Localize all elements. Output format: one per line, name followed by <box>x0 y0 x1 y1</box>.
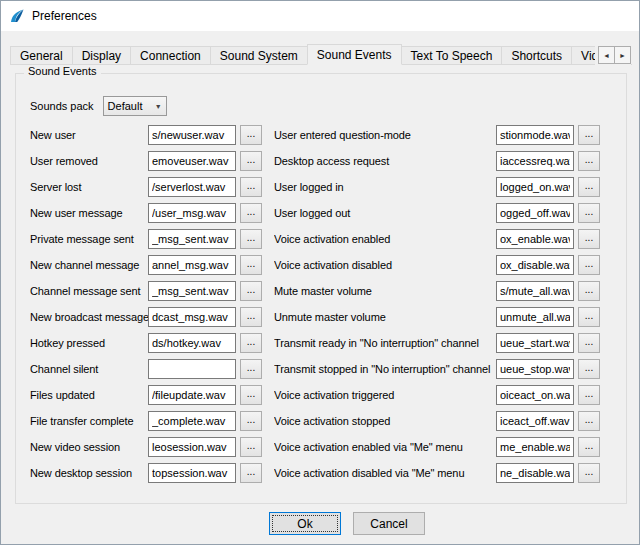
browse-button[interactable]: ... <box>578 151 600 171</box>
sound-event-row: User removed ... <box>30 148 262 174</box>
sound-file-input[interactable] <box>148 177 236 197</box>
browse-button[interactable]: ... <box>578 359 600 379</box>
sound-file-input[interactable] <box>496 177 574 197</box>
browse-button[interactable]: ... <box>578 281 600 301</box>
browse-button[interactable]: ... <box>240 307 262 327</box>
sound-file-input[interactable] <box>148 307 236 327</box>
browse-button[interactable]: ... <box>240 229 262 249</box>
sound-file-input[interactable] <box>496 359 574 379</box>
browse-button[interactable]: ... <box>240 411 262 431</box>
sound-event-label: Voice activation stopped <box>274 415 496 427</box>
sound-file-input[interactable] <box>496 411 574 431</box>
tab[interactable]: Connection <box>130 46 211 64</box>
browse-button[interactable]: ... <box>578 411 600 431</box>
sound-file-input[interactable] <box>148 255 236 275</box>
sound-event-row: Voice activation enabled via "Me" menu .… <box>274 434 600 460</box>
sound-event-label: Voice activation enabled via "Me" menu <box>274 441 496 453</box>
browse-button[interactable]: ... <box>240 385 262 405</box>
sound-event-label: New broadcast message <box>30 311 148 323</box>
browse-button[interactable]: ... <box>578 203 600 223</box>
sound-event-label: Hotkey pressed <box>30 337 148 349</box>
browse-button[interactable]: ... <box>240 203 262 223</box>
browse-button[interactable]: ... <box>240 281 262 301</box>
browse-button[interactable]: ... <box>578 125 600 145</box>
tab[interactable]: Sound System <box>210 46 308 64</box>
sound-file-input[interactable] <box>148 229 236 249</box>
sound-file-input[interactable] <box>148 125 236 145</box>
tab-bar: General Display Connection Sound System … <box>10 45 632 65</box>
sound-event-row: Desktop access request ... <box>274 148 600 174</box>
sound-event-row: Voice activation stopped ... <box>274 408 600 434</box>
preferences-window: Preferences General Display Connection S… <box>0 0 640 545</box>
browse-button[interactable]: ... <box>578 437 600 457</box>
tab[interactable]: Shortcuts <box>501 46 572 64</box>
left-arrow-icon: ◄ <box>603 52 610 59</box>
tab[interactable]: Sound Events <box>307 44 402 65</box>
sound-file-input[interactable] <box>496 151 574 171</box>
tab-scroll-left-button[interactable]: ◄ <box>598 46 615 64</box>
sound-file-input[interactable] <box>148 203 236 223</box>
sound-event-row: Channel silent ... <box>30 356 262 382</box>
browse-button[interactable]: ... <box>578 463 600 483</box>
sounds-pack-select[interactable]: Default ▼ <box>103 96 167 116</box>
sound-file-input[interactable] <box>148 411 236 431</box>
sound-file-input[interactable] <box>148 437 236 457</box>
ok-button[interactable]: Ok <box>269 512 341 535</box>
tab[interactable]: General <box>10 46 73 64</box>
sound-event-label: User entered question-mode <box>274 129 496 141</box>
browse-button[interactable]: ... <box>240 177 262 197</box>
sound-file-input[interactable] <box>496 333 574 353</box>
sound-file-input[interactable] <box>496 385 574 405</box>
tab-scroll-right-button[interactable]: ► <box>614 46 631 64</box>
tab-scroll: ◄ ► <box>595 46 631 65</box>
sound-file-input[interactable] <box>148 359 236 379</box>
sound-file-input[interactable] <box>496 203 574 223</box>
browse-button[interactable]: ... <box>578 177 600 197</box>
sound-file-input[interactable] <box>496 307 574 327</box>
cancel-button[interactable]: Cancel <box>353 512 425 535</box>
browse-button[interactable]: ... <box>240 359 262 379</box>
sound-events-right-column: User entered question-mode ... Desktop a… <box>274 122 600 486</box>
sound-file-input[interactable] <box>148 151 236 171</box>
sound-file-input[interactable] <box>496 463 574 483</box>
tab[interactable]: Display <box>72 46 131 64</box>
sound-event-label: Private message sent <box>30 233 148 245</box>
sound-file-input[interactable] <box>496 437 574 457</box>
sound-file-input[interactable] <box>148 333 236 353</box>
browse-button[interactable]: ... <box>578 229 600 249</box>
sound-event-row: Voice activation triggered ... <box>274 382 600 408</box>
browse-button[interactable]: ... <box>240 463 262 483</box>
sound-event-row: New user ... <box>30 122 262 148</box>
browse-button[interactable]: ... <box>240 255 262 275</box>
sound-file-input[interactable] <box>148 385 236 405</box>
browse-button[interactable]: ... <box>578 385 600 405</box>
browse-button[interactable]: ... <box>240 151 262 171</box>
sound-event-row: Hotkey pressed ... <box>30 330 262 356</box>
sound-file-input[interactable] <box>148 281 236 301</box>
sound-file-input[interactable] <box>496 229 574 249</box>
sound-file-input[interactable] <box>496 281 574 301</box>
sound-event-row: User logged out ... <box>274 200 600 226</box>
sound-event-label: Unmute master volume <box>274 311 496 323</box>
title-bar[interactable]: Preferences <box>1 1 639 31</box>
browse-button[interactable]: ... <box>240 125 262 145</box>
sound-event-row: User entered question-mode ... <box>274 122 600 148</box>
sound-file-input[interactable] <box>496 255 574 275</box>
browse-button[interactable]: ... <box>240 437 262 457</box>
sound-event-row: Voice activation disabled ... <box>274 252 600 278</box>
sound-event-row: User logged in ... <box>274 174 600 200</box>
sound-file-input[interactable] <box>148 463 236 483</box>
tab[interactable]: Text To Speech <box>401 46 503 64</box>
sound-event-row: Voice activation disabled via "Me" menu … <box>274 460 600 486</box>
sound-events-group: Sound Events Sounds pack Default ▼ New u… <box>15 73 627 504</box>
group-title: Sound Events <box>24 65 101 77</box>
browse-button[interactable]: ... <box>578 307 600 327</box>
browse-button[interactable]: ... <box>578 255 600 275</box>
browse-button[interactable]: ... <box>240 333 262 353</box>
sounds-pack-label: Sounds pack <box>30 100 94 112</box>
sound-events-left-column: New user ... User removed ... Server los… <box>30 122 262 486</box>
sound-file-input[interactable] <box>496 125 574 145</box>
sound-event-row: Server lost ... <box>30 174 262 200</box>
browse-button[interactable]: ... <box>578 333 600 353</box>
sound-event-row: Mute master volume ... <box>274 278 600 304</box>
